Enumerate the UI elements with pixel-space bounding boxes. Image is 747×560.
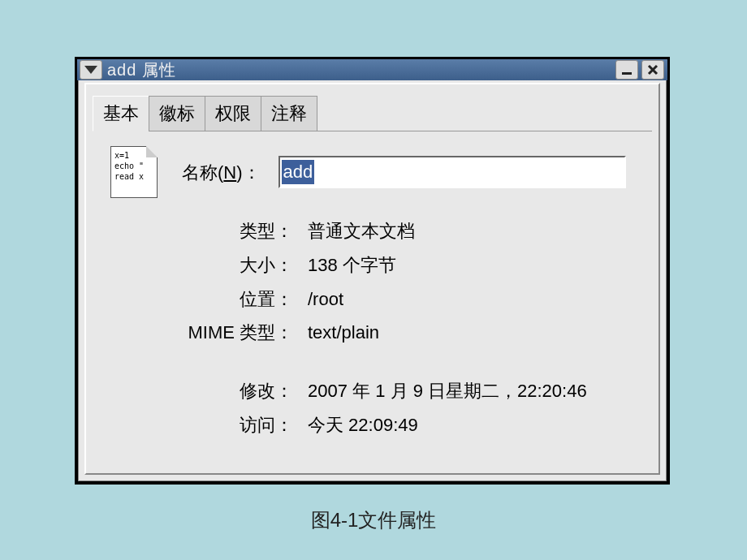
row-type: 类型： 普通文本文档 <box>192 214 644 248</box>
type-label: 类型： <box>192 214 293 248</box>
window-menu-icon[interactable] <box>80 60 102 80</box>
row-size: 大小： 138 个字节 <box>192 248 644 282</box>
properties-window: add 属性 基本 徽标 权限 注释 x=1 echo " read x <box>75 57 670 485</box>
name-row: x=1 echo " read x 名称(N)： add <box>101 146 644 198</box>
file-icon-line: x=1 <box>114 150 153 161</box>
tab-notes[interactable]: 注释 <box>261 96 317 131</box>
figure-caption: 图4-1文件属性 <box>0 507 747 533</box>
size-label: 大小： <box>192 248 293 282</box>
svg-rect-0 <box>622 72 632 75</box>
tab-permissions[interactable]: 权限 <box>205 96 261 131</box>
type-value: 普通文本文档 <box>308 214 415 248</box>
row-modified: 修改： 2007 年 1 月 9 日星期二，22:20:46 <box>192 374 644 408</box>
file-icon-line: echo " <box>114 161 153 171</box>
window-title: add 属性 <box>107 59 176 81</box>
accessed-label: 访问： <box>192 408 293 442</box>
row-location: 位置： /root <box>192 282 644 317</box>
location-label: 位置： <box>192 282 293 317</box>
titlebar-buttons <box>615 60 664 80</box>
file-icon-line: read x <box>114 171 153 182</box>
row-accessed: 访问： 今天 22:09:49 <box>192 408 644 442</box>
name-input-value: add <box>282 160 315 184</box>
file-icon[interactable]: x=1 echo " read x <box>110 146 158 198</box>
info-table: 类型： 普通文本文档 大小： 138 个字节 位置： /root MIME 类型… <box>192 214 644 442</box>
mime-value: text/plain <box>308 316 379 350</box>
modified-label: 修改： <box>192 374 293 408</box>
tab-content: x=1 echo " read x 名称(N)： add 类型： 普通文本文档 … <box>93 131 652 450</box>
modified-value: 2007 年 1 月 9 日星期二，22:20:46 <box>308 374 587 408</box>
minimize-button[interactable] <box>615 60 638 80</box>
content-frame: 基本 徽标 权限 注释 x=1 echo " read x 名称(N)： add… <box>84 83 660 475</box>
name-input[interactable]: add <box>279 156 626 188</box>
mime-label: MIME 类型： <box>131 316 293 350</box>
tab-emblems[interactable]: 徽标 <box>149 96 205 131</box>
location-value: /root <box>308 282 343 317</box>
size-value: 138 个字节 <box>308 248 396 282</box>
close-button[interactable] <box>641 60 664 80</box>
tabs: 基本 徽标 权限 注释 <box>93 96 658 131</box>
row-mime: MIME 类型： text/plain <box>192 316 644 350</box>
tab-basic[interactable]: 基本 <box>93 96 149 131</box>
name-label: 名称(N)： <box>182 161 261 185</box>
titlebar[interactable]: add 属性 <box>77 59 667 80</box>
accessed-value: 今天 22:09:49 <box>308 408 418 442</box>
